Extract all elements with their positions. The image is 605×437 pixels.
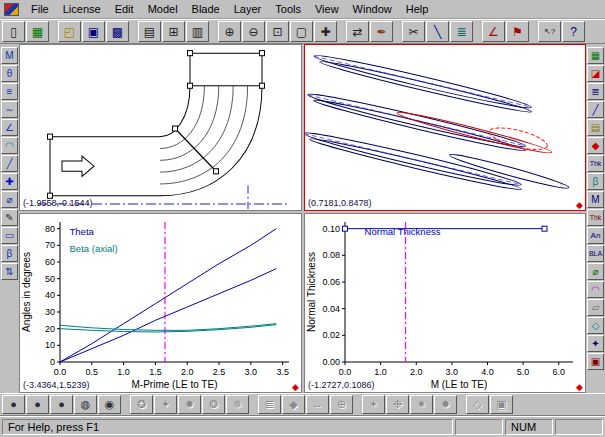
angle-plot-button[interactable]: An bbox=[587, 227, 604, 244]
sphere-tool-1-button[interactable]: ● bbox=[2, 395, 25, 414]
star-plot-button[interactable]: ✦ bbox=[587, 335, 604, 352]
flower-tool-button[interactable]: ❉ bbox=[386, 395, 409, 414]
zoom-out-button[interactable]: ⊖ bbox=[242, 21, 265, 42]
solid-view-button[interactable]: ◪ bbox=[587, 65, 604, 82]
zoom-extents-button[interactable]: ▢ bbox=[290, 21, 313, 42]
diamond-tool-button[interactable]: ◆ bbox=[282, 395, 305, 414]
menu-model[interactable]: Model bbox=[141, 1, 185, 17]
menu-layer[interactable]: Layer bbox=[227, 1, 269, 17]
chart-report-button[interactable]: ▤ bbox=[138, 21, 161, 42]
spark-tool-button[interactable]: ✦ bbox=[154, 395, 177, 414]
sphere-tool-3-button[interactable]: ● bbox=[50, 395, 73, 414]
toolbar-separator bbox=[130, 21, 137, 42]
table-button[interactable]: ⊞ bbox=[162, 21, 185, 42]
gem-tool-button[interactable]: ◇ bbox=[466, 395, 489, 414]
probe-button[interactable]: ✒ bbox=[370, 21, 393, 42]
new-file-icon: ▯ bbox=[10, 26, 17, 38]
swap-button[interactable]: ⇅ bbox=[1, 263, 18, 280]
layers-button[interactable]: ≣ bbox=[450, 21, 473, 42]
zoom-window-button[interactable]: ⊡ bbox=[266, 21, 289, 42]
box-select-button[interactable]: ▭ bbox=[1, 227, 18, 244]
stack-button[interactable]: ≣ bbox=[587, 83, 604, 100]
add-point-button[interactable]: ✚ bbox=[1, 173, 18, 190]
blade-to-blade-view[interactable]: (0.7181,0.8478) ◆ bbox=[304, 44, 586, 211]
save-all-button[interactable]: ▩ bbox=[106, 21, 129, 42]
right-toolbar: ▦◪≣╱▤◆ThkβMThkAnBLA⌀◠▱◇✦▣ bbox=[586, 44, 605, 393]
shaded-sphere-button[interactable]: ◍ bbox=[74, 395, 97, 414]
menu-tools[interactable]: Tools bbox=[268, 1, 308, 17]
meridional-view[interactable]: (-1.9558,-0.1544) bbox=[19, 44, 302, 211]
diameter-button[interactable]: ⌀ bbox=[587, 263, 604, 280]
thickness2-button[interactable]: Thk bbox=[587, 209, 604, 226]
import-data-button[interactable]: ▦ bbox=[26, 21, 49, 42]
beta-icon: β bbox=[7, 249, 13, 259]
menu-blade[interactable]: Blade bbox=[185, 1, 227, 17]
svg-text:30: 30 bbox=[45, 307, 55, 317]
chart-report-icon: ▤ bbox=[144, 26, 155, 38]
svg-text:Angles in degrees: Angles in degrees bbox=[21, 252, 32, 332]
arc-button[interactable]: ◠ bbox=[1, 137, 18, 154]
thickness-chart-view[interactable]: 0.01.02.03.04.05.06.00.000.020.040.060.0… bbox=[304, 213, 586, 393]
layer-list-button[interactable]: ▤ bbox=[587, 119, 604, 136]
edit-pencil-button[interactable]: ✎ bbox=[1, 209, 18, 226]
diamond-plot-button[interactable]: ◇ bbox=[587, 317, 604, 334]
plus-tool-button[interactable]: ⊕ bbox=[330, 395, 353, 414]
lean-angle-button[interactable]: ∠ bbox=[482, 21, 505, 42]
solid-plot-button[interactable]: ▣ bbox=[587, 353, 604, 370]
thickness2-icon: Thk bbox=[590, 214, 602, 221]
angle-chart-view[interactable]: 0.00.51.01.52.02.53.03.50102030405060708… bbox=[19, 213, 302, 393]
star-tool-button[interactable]: ✪ bbox=[130, 395, 153, 414]
beta-button[interactable]: β bbox=[1, 245, 18, 262]
m-plot-button[interactable]: M bbox=[587, 191, 604, 208]
rosette-tool-button[interactable]: ❂ bbox=[202, 395, 225, 414]
lines-tool-button[interactable]: ≣ bbox=[258, 395, 281, 414]
sphere-tool-2-icon: ● bbox=[34, 399, 41, 410]
slope-line-button[interactable]: ╱ bbox=[1, 155, 18, 172]
open-file-button[interactable]: ◰ bbox=[58, 21, 81, 42]
refresh-views-button[interactable]: ⇄ bbox=[346, 21, 369, 42]
diameter-button[interactable]: ⌀ bbox=[1, 191, 18, 208]
cut-plane-button[interactable]: ✂ bbox=[402, 21, 425, 42]
arrows-tool-button[interactable]: ↔ bbox=[306, 395, 329, 414]
box-tool-button[interactable]: ▣ bbox=[490, 395, 513, 414]
star2-tool-button[interactable]: ✵ bbox=[226, 395, 249, 414]
beta-plot-button[interactable]: β bbox=[587, 173, 604, 190]
slope-button[interactable]: ╱ bbox=[587, 101, 604, 118]
svg-text:Normal Thickness: Normal Thickness bbox=[306, 252, 317, 332]
target-button[interactable]: ◉ bbox=[98, 395, 121, 414]
thickness-button[interactable]: Thk bbox=[587, 155, 604, 172]
svg-text:3.0: 3.0 bbox=[245, 367, 258, 377]
burst2-tool-button[interactable]: ✸ bbox=[434, 395, 457, 414]
slope-button[interactable]: ╲ bbox=[426, 21, 449, 42]
new-file-button[interactable]: ▯ bbox=[2, 21, 25, 42]
star4-tool-button[interactable]: ✷ bbox=[410, 395, 433, 414]
list-button[interactable]: ≡ bbox=[1, 83, 18, 100]
grid-button[interactable]: ▦ bbox=[587, 47, 604, 64]
burst-tool-button[interactable]: ✹ bbox=[178, 395, 201, 414]
save-file-button[interactable]: ▣ bbox=[82, 21, 105, 42]
menu-license[interactable]: License bbox=[56, 1, 108, 17]
zoom-in-button[interactable]: ⊕ bbox=[218, 21, 241, 42]
probe-icon: ✒ bbox=[376, 26, 386, 38]
sphere-tool-2-button[interactable]: ● bbox=[26, 395, 49, 414]
status-empty-cell bbox=[455, 419, 503, 435]
flag-button[interactable]: ⚑ bbox=[506, 21, 529, 42]
context-help-button[interactable]: ↖? bbox=[538, 21, 561, 42]
pan-button[interactable]: ✚ bbox=[314, 21, 337, 42]
menu-view[interactable]: View bbox=[308, 1, 346, 17]
menu-window[interactable]: Window bbox=[346, 1, 399, 17]
curve-button[interactable]: ∼ bbox=[1, 101, 18, 118]
star3-tool-button[interactable]: ✶ bbox=[362, 395, 385, 414]
theta-view-button[interactable]: θ bbox=[1, 65, 18, 82]
arc-plot-button[interactable]: ◠ bbox=[587, 281, 604, 298]
m-view-button[interactable]: M bbox=[1, 47, 18, 64]
help-button[interactable]: ? bbox=[562, 21, 585, 42]
menu-edit[interactable]: Edit bbox=[108, 1, 141, 17]
blade-plot-button[interactable]: BLA bbox=[587, 245, 604, 262]
print-button[interactable]: ▥ bbox=[186, 21, 209, 42]
menu-help[interactable]: Help bbox=[399, 1, 436, 17]
plane-button[interactable]: ▱ bbox=[587, 299, 604, 316]
menu-file[interactable]: File bbox=[24, 1, 56, 17]
gem-button[interactable]: ◆ bbox=[587, 137, 604, 154]
angle-button[interactable]: ∠ bbox=[1, 119, 18, 136]
